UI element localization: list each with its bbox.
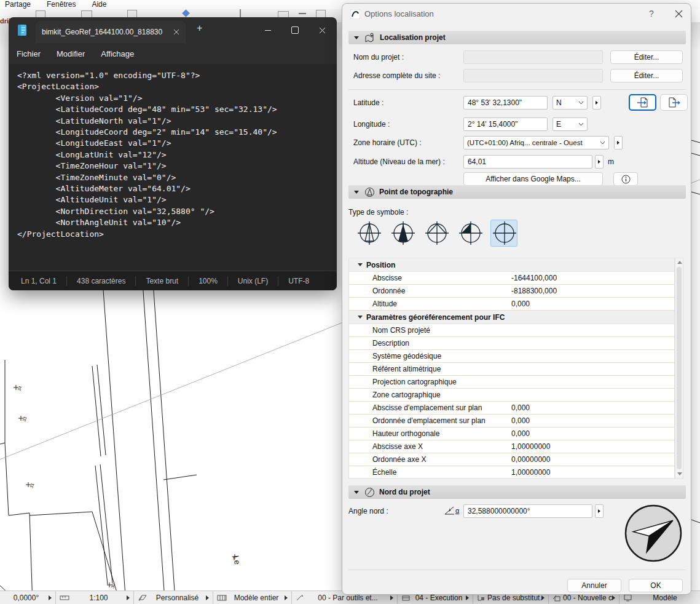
longitude-direction-select[interactable]: E <box>553 117 588 131</box>
cancel-button[interactable]: Annuler <box>567 579 621 592</box>
grid-row[interactable]: Altitude0,000 <box>349 298 674 311</box>
layers-icon <box>138 594 147 602</box>
new-tab-button[interactable]: + <box>197 23 202 34</box>
symbol-option-5-selected[interactable] <box>490 220 517 247</box>
grid-row[interactable]: Ordonnée-8188300,000 <box>349 285 674 298</box>
scroll-up-icon[interactable] <box>677 261 682 264</box>
latitude-flyout-button[interactable] <box>592 96 601 109</box>
menu-fenetres[interactable]: Fenêtres <box>47 0 76 9</box>
north-angle-flyout-button[interactable] <box>595 504 604 518</box>
cad-text-label: Le <box>231 555 242 565</box>
scrollbar-thumb[interactable] <box>677 267 682 469</box>
tab-title: bimkit_GeoRef_1644100.00_818830 <box>42 28 173 36</box>
tab-close-icon[interactable] <box>173 29 179 35</box>
notepad-editor[interactable]: <?xml version="1.0" encoding="UTF-8"?> <… <box>9 64 337 271</box>
edit-site-address-button[interactable]: Éditer... <box>610 69 683 82</box>
latitude-label: Latitude : <box>353 98 383 107</box>
symbol-triangle-filled-icon <box>390 220 415 247</box>
ifc-group-header[interactable]: Paramètres géoréférencement pour IFC <box>349 311 674 324</box>
grid-row[interactable]: Référent altimétrique <box>349 363 674 376</box>
help-button[interactable]: ? <box>647 9 656 18</box>
export-location-button[interactable] <box>660 94 688 111</box>
grid-row[interactable]: Abscisse d'emplacement sur plan0,000 <box>349 402 674 415</box>
symbol-option-2[interactable] <box>389 220 416 247</box>
collapse-arrow-icon <box>358 263 363 266</box>
menu-modifier[interactable]: Modifier <box>57 49 85 58</box>
grid-row[interactable]: Ordonnée axe X0,00000000 <box>349 453 674 466</box>
alpha-symbol: α <box>455 507 459 514</box>
symbol-option-3[interactable] <box>423 220 450 247</box>
menu-affichage[interactable]: Affichage <box>101 49 134 58</box>
notepad-titlebar[interactable]: bimkit_GeoRef_1644100.00_818830 + <box>9 17 337 43</box>
position-group-header[interactable]: Position <box>349 258 674 272</box>
notepad-tab[interactable]: bimkit_GeoRef_1644100.00_818830 <box>36 21 186 43</box>
doc-type: Texte brut <box>136 277 188 285</box>
north-angle-input[interactable] <box>463 504 592 518</box>
menu-fichier[interactable]: Fichier <box>17 49 41 58</box>
renovation-icon <box>401 594 411 602</box>
grid-row[interactable]: Description <box>349 337 674 350</box>
grid-row[interactable]: Hauteur orthogonale0,000 <box>349 427 674 440</box>
statusbar-model-filter[interactable]: Modèle entier <box>213 591 292 604</box>
symbol-type-label: Type de symbole : <box>348 208 408 217</box>
minimize-button[interactable] <box>254 18 281 42</box>
google-maps-button[interactable]: Afficher dans Google Maps... <box>463 172 603 186</box>
compass-icon <box>364 487 375 498</box>
altitude-unit: m <box>608 157 614 166</box>
grid-row[interactable]: Zone cartographique <box>349 389 674 402</box>
north-compass-widget[interactable] <box>624 504 683 563</box>
notepad-window: bimkit_GeoRef_1644100.00_818830 + Fichie… <box>9 17 337 290</box>
scroll-down-icon[interactable] <box>677 472 682 475</box>
grid-row[interactable]: Projection cartographique <box>349 376 674 389</box>
substitute-icon <box>477 594 486 602</box>
project-name-input <box>463 50 603 64</box>
dialog-close-icon[interactable] <box>675 10 683 18</box>
menu-aide[interactable]: Aide <box>92 0 106 9</box>
statusbar-scale[interactable]: 1:100 <box>56 591 134 604</box>
latitude-direction-select[interactable]: N <box>553 96 588 109</box>
grid-row[interactable]: Système géodésique <box>349 350 674 363</box>
xml-content: <?xml version="1.0" encoding="UTF-8"?> <… <box>9 64 337 240</box>
close-button[interactable] <box>309 18 336 42</box>
info-button[interactable] <box>613 172 638 186</box>
grid-row[interactable]: Abscisse axe X1,00000000 <box>349 440 674 453</box>
survey-point-icon <box>364 187 375 197</box>
import-location-button[interactable] <box>629 94 656 111</box>
pen-icon <box>296 594 304 602</box>
section-localisation-projet[interactable]: Localisation projet <box>348 31 686 44</box>
structure-icon <box>553 594 562 602</box>
toolbar-icon[interactable] <box>299 13 306 14</box>
edit-project-name-button[interactable]: Éditer... <box>610 50 683 64</box>
grid-row[interactable]: Abscisse-1644100,000 <box>349 272 674 285</box>
collapse-arrow-icon <box>358 316 363 319</box>
grid-row[interactable]: Nom CRS projeté <box>349 324 674 337</box>
cursor-position: Ln 1, Col 1 <box>9 277 66 285</box>
notepad-menubar: Fichier Modifier Affichage ⚙ <box>9 43 337 64</box>
section-nord-du-projet[interactable]: Nord du projet <box>348 485 686 499</box>
timezone-select[interactable]: (UTC+01:00) Afriq... centrale - Ouest <box>463 136 609 149</box>
dialog-titlebar[interactable]: Options localisation ? <box>342 4 691 25</box>
grid-scrollbar[interactable] <box>675 258 683 479</box>
map-pin-icon <box>364 33 376 43</box>
altitude-label: Altitude (Niveau de la mer) : <box>353 157 445 166</box>
section-point-topographie[interactable]: Point de topographie <box>348 185 686 199</box>
statusbar-pen-set[interactable]: Personnalisé <box>134 591 213 604</box>
timezone-flyout-button[interactable] <box>614 136 623 149</box>
menu-partage[interactable]: Partage <box>5 0 31 9</box>
zoom-level[interactable]: 100% <box>189 277 227 285</box>
symbol-option-4[interactable] <box>457 220 484 247</box>
chevron-down-icon <box>578 101 584 105</box>
grid-row[interactable]: Échelle1,00000000 <box>349 466 674 479</box>
ok-button[interactable]: OK <box>629 579 683 592</box>
symbol-option-1[interactable] <box>355 220 382 247</box>
popup-arrow-icon <box>127 595 130 600</box>
toolbar-icon[interactable] <box>182 9 190 17</box>
statusbar-angle[interactable]: 0,0000° <box>0 591 56 604</box>
grid-row[interactable]: Ordonnée d'emplacement sur plan0,000 <box>349 415 674 427</box>
altitude-input[interactable] <box>463 155 592 169</box>
altitude-flyout-button[interactable] <box>595 155 604 169</box>
notepad-app-icon <box>17 24 28 36</box>
longitude-input[interactable] <box>463 117 548 131</box>
latitude-input[interactable] <box>463 96 548 109</box>
maximize-button[interactable] <box>281 18 309 42</box>
